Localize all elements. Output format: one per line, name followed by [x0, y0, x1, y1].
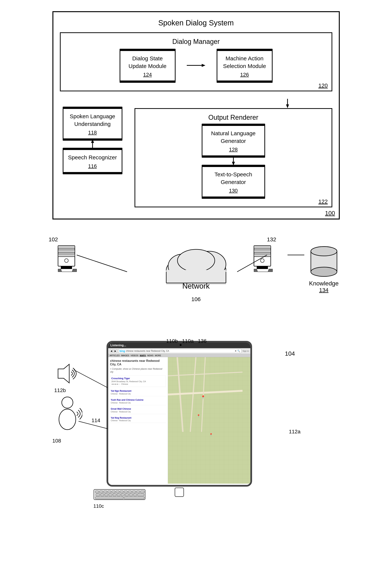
result1-name[interactable]: Crouching Tiger [111, 377, 165, 380]
svg-rect-24 [254, 246, 271, 248]
dialog-state-box: Dialog State Update Module 124 [120, 50, 176, 81]
result4-name[interactable]: Great Wall Chinese [111, 407, 165, 410]
forward-button[interactable]: ▶ [114, 349, 117, 353]
result-item-3: Yueh Rae and Chinese Cuisine Chinese · R… [110, 398, 166, 405]
svg-rect-52 [132, 491, 136, 493]
tablet-screen: Listening... ◀ ▶ bing chinese restaurant… [108, 343, 250, 485]
search-icon[interactable]: 🔍 [237, 350, 240, 352]
browser-toolbar: ◀ ▶ bing chinese restaurants near Redwoo… [108, 348, 250, 354]
slu-number: 118 [66, 130, 119, 136]
svg-marker-1 [202, 64, 205, 67]
result-item-1: Crouching Tiger 2644 Broadway St, Redwoo… [110, 375, 166, 387]
search-bar-ref: 136 [198, 338, 207, 344]
output-renderer-title: Output Renderer [140, 114, 327, 121]
person-ref: 108 [52, 438, 82, 444]
svg-point-18 [177, 249, 215, 272]
svg-point-35 [311, 247, 337, 256]
svg-rect-58 [109, 494, 112, 496]
result5-name[interactable]: Yat Nog Restaurant [111, 416, 165, 420]
dm-arrow [187, 64, 205, 68]
dialog-manager-inner: Dialog State Update Module 124 [65, 50, 327, 81]
svg-rect-66 [95, 497, 123, 499]
mic-ref: 110a [182, 338, 194, 344]
output-renderer-box: Output Renderer Natural Language Generat… [135, 108, 332, 207]
svg-rect-9 [58, 246, 75, 248]
slu-label: Spoken Language Understanding [66, 113, 119, 128]
result3-name[interactable]: Yueh Rae and Chinese Cuisine [111, 398, 165, 402]
back-button[interactable]: ◀ [110, 349, 113, 353]
spoken-dialog-system-box: Spoken Dialog System Dialog Manager Dial… [52, 11, 340, 219]
tts-label: Text-to-Speech Generator [205, 171, 262, 186]
svg-rect-44 [99, 491, 103, 493]
svg-marker-3 [286, 104, 289, 108]
server-ref-label: 132 [267, 236, 276, 243]
result2-name[interactable]: Yat Ngo Restaurant [111, 389, 165, 393]
person-icon: 108 [52, 395, 82, 444]
camera-ref: 110b [166, 338, 178, 344]
svg-line-74 [74, 370, 108, 388]
spoken-text: > Computer, show us Chinese places near … [110, 368, 166, 373]
cloud-icon: Network [161, 246, 232, 290]
speaker2-ref: 112b [54, 387, 79, 393]
map-pin-2: 📍 [197, 414, 200, 418]
nlg-number: 128 [205, 147, 262, 153]
left-panel: chinese restaurants near Redwood City, C… [108, 357, 168, 484]
bottom-section: 112b 108 [37, 335, 355, 513]
svg-rect-63 [129, 494, 133, 496]
server-icon-right [252, 244, 274, 274]
page: Spoken Dialog System Dialog Manager Dial… [0, 0, 392, 563]
svg-rect-26 [254, 254, 271, 257]
svg-rect-54 [140, 491, 144, 493]
sign-in[interactable]: Sign in [243, 350, 249, 352]
svg-line-36 [77, 255, 127, 272]
result-item-5: Yat Nog Restaurant Chinese · Redwood Cit… [110, 416, 166, 423]
svg-rect-43 [95, 491, 99, 493]
main-content: chinese restaurants near Redwood City, C… [108, 357, 250, 484]
left-column: Spoken Language Understanding 118 [60, 108, 125, 173]
line-ref: 114 [92, 418, 100, 423]
search-text-display: chinese restaurants near Redwood City, C… [126, 350, 234, 352]
spoken-dialog-system-number: 100 [325, 210, 335, 217]
svg-rect-59 [113, 494, 116, 496]
svg-marker-29 [254, 269, 273, 272]
bing-logo: bing [120, 349, 125, 352]
tab-images[interactable]: IMAGES [121, 354, 129, 357]
svg-rect-50 [124, 491, 127, 493]
listening-text: Listening... [110, 344, 126, 347]
output-renderer-number: 122 [318, 198, 328, 205]
tts-number: 130 [205, 188, 262, 194]
keyboard-ref: 110c [94, 503, 146, 509]
home-button[interactable] [175, 487, 184, 497]
tab-news[interactable]: NEWS [147, 354, 153, 357]
tab-articles[interactable]: ARTICLES [110, 354, 120, 357]
svg-rect-49 [120, 491, 123, 493]
mic-dot [179, 344, 182, 346]
result-item-2: Yat Ngo Restaurant Chinese · Redwood Cit… [110, 389, 166, 396]
tab-maps[interactable]: MAPS [140, 354, 146, 357]
svg-rect-68 [168, 357, 250, 484]
network-section: 102 [37, 234, 355, 324]
machine-action-label: Machine Action Selection Module [220, 55, 269, 70]
slu-box: Spoken Language Understanding 118 [63, 108, 122, 139]
svg-rect-51 [128, 491, 132, 493]
dialog-state-label: Dialog State Update Module [123, 55, 172, 70]
lower-row: Spoken Language Understanding 118 [60, 108, 332, 207]
tab-more[interactable]: MORE [155, 354, 161, 357]
search-x[interactable]: ✕ [235, 350, 237, 352]
svg-rect-61 [121, 494, 124, 496]
results-list: Crouching Tiger 2644 Broadway St, Redwoo… [110, 375, 166, 423]
svg-rect-55 [96, 494, 100, 496]
tab-videos[interactable]: VIDEOS [131, 354, 138, 357]
knowledge-label: Knowledge [308, 280, 340, 287]
svg-rect-62 [125, 494, 129, 496]
diagram-section: Spoken Dialog System Dialog Manager Dial… [37, 11, 355, 219]
output-renderer-inner: Natural Language Generator 128 [140, 125, 327, 197]
result-item-4: Great Wall Chinese Chinese · Redwood Cit… [110, 407, 166, 414]
nlg-box: Natural Language Generator 128 [202, 125, 265, 156]
svg-rect-46 [108, 491, 111, 493]
svg-rect-13 [61, 266, 72, 269]
machine-action-box: Machine Action Selection Module 126 [217, 50, 273, 81]
map-pin-3: 📍 [209, 433, 213, 436]
svg-point-34 [311, 267, 337, 276]
svg-rect-25 [254, 250, 271, 253]
